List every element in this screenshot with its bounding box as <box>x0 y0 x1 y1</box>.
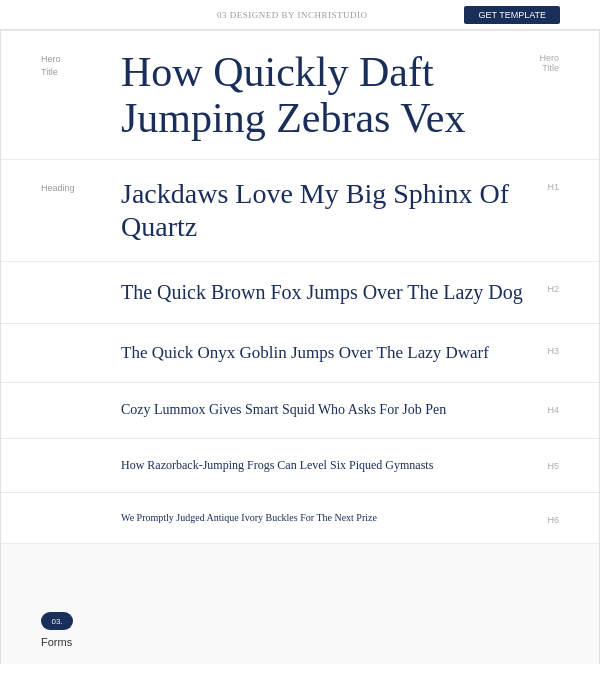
get-template-button[interactable]: GET TEMPLATE <box>464 6 560 24</box>
hero-title-row: Hero Title How Quickly Daft Jumping Zebr… <box>1 30 599 160</box>
h4-tag: H4 <box>529 401 559 415</box>
h6-row: We Promptly Judged Antique Ivory Buckles… <box>1 493 599 545</box>
h2-label <box>41 280 121 284</box>
h1-tag: H1 <box>529 178 559 192</box>
h6-text: We Promptly Judged Antique Ivory Buckles… <box>121 511 529 526</box>
hero-title-label: Hero Title <box>41 49 121 78</box>
h4-text: Cozy Lummox Gives Smart Squid Who Asks F… <box>121 401 529 420</box>
h2-row: The Quick Brown Fox Jumps Over The Lazy … <box>1 262 599 324</box>
hero-title-text: How Quickly Daft Jumping Zebras Vex <box>121 49 529 141</box>
top-bar: 03 DESIGNED BY INCHRISTUDIO GET TEMPLATE <box>0 0 600 30</box>
h1-row: Heading Jackdaws Love My Big Sphinx Of Q… <box>1 160 599 261</box>
h3-tag: H3 <box>529 342 559 356</box>
h5-row: How Razorback-Jumping Frogs Can Level Si… <box>1 439 599 493</box>
h1-label: Heading <box>41 178 121 195</box>
h3-label <box>41 342 121 346</box>
hero-title-tag: Hero Title <box>529 49 559 73</box>
h2-text: The Quick Brown Fox Jumps Over The Lazy … <box>121 280 529 305</box>
h2-tag: H2 <box>529 280 559 294</box>
h5-text: How Razorback-Jumping Frogs Can Level Si… <box>121 457 529 474</box>
typography-section: Hero Title How Quickly Daft Jumping Zebr… <box>0 30 600 544</box>
h6-tag: H6 <box>529 511 559 525</box>
h4-row: Cozy Lummox Gives Smart Squid Who Asks F… <box>1 383 599 439</box>
top-bar-center-text: 03 DESIGNED BY INCHRISTUDIO <box>217 10 367 20</box>
bottom-section: 03. Forms <box>0 544 600 664</box>
h5-label <box>41 457 121 461</box>
h5-tag: H5 <box>529 457 559 471</box>
h4-label <box>41 401 121 405</box>
section-badge: 03. <box>41 612 73 630</box>
section-label: Forms <box>41 636 559 648</box>
h3-text: The Quick Onyx Goblin Jumps Over The Laz… <box>121 342 529 364</box>
h6-label <box>41 511 121 515</box>
h3-row: The Quick Onyx Goblin Jumps Over The Laz… <box>1 324 599 383</box>
h1-text: Jackdaws Love My Big Sphinx Of Quartz <box>121 178 529 242</box>
